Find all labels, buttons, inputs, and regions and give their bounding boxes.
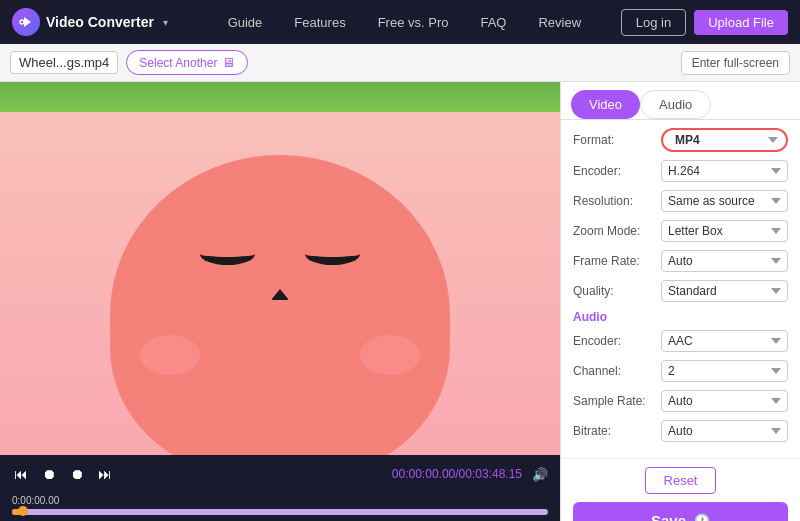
face-cheek-left [140,335,200,375]
format-label: Format: [573,133,655,147]
encoder-select[interactable]: H.264H.265 [661,160,788,182]
bitrate-row: Bitrate: Auto128k256k [573,420,788,442]
navbar: Video Converter ▾ Guide Features Free vs… [0,0,800,44]
zoom-label: Zoom Mode: [573,224,655,238]
play-button[interactable]: ⏺ [40,464,58,484]
video-panel: ⏮ ⏺ ⏺ ⏭ 00:00:00.00/00:03:48.15 🔊 0:00:0… [0,82,560,521]
audio-section-label: Audio [573,310,788,324]
frame-rate-select[interactable]: Auto243060 [661,250,788,272]
face-body [110,155,450,455]
sample-rate-select[interactable]: Auto4410048000 [661,390,788,412]
bitrate-select[interactable]: Auto128k256k [661,420,788,442]
sample-rate-row: Sample Rate: Auto4410048000 [573,390,788,412]
nav-review[interactable]: Review [522,15,597,30]
nav-features[interactable]: Features [278,15,361,30]
brand-logo[interactable]: Video Converter ▾ [12,8,168,36]
file-name-label: Wheel...gs.mp4 [10,51,118,74]
watermelon-face [0,82,560,455]
brand-name: Video Converter [46,14,154,30]
quality-row: Quality: StandardHighLow [573,280,788,302]
svg-point-0 [20,20,24,24]
audio-encoder-row: Encoder: AACMP3 [573,330,788,352]
frame-rate-row: Frame Rate: Auto243060 [573,250,788,272]
fullscreen-button[interactable]: Enter full-screen [681,51,790,75]
format-select-wrapper: MP4 MOV AVI MKV [661,128,788,152]
zoom-row: Zoom Mode: Letter BoxPan & Scan [573,220,788,242]
resolution-label: Resolution: [573,194,655,208]
sample-rate-label: Sample Rate: [573,394,655,408]
reset-button[interactable]: Reset [645,467,717,494]
navbar-links: Guide Features Free vs. Pro FAQ Review [188,15,621,30]
channel-label: Channel: [573,364,655,378]
loop-button[interactable]: ⏺ [68,464,86,484]
main-area: ⏮ ⏺ ⏺ ⏭ 00:00:00.00/00:03:48.15 🔊 0:00:0… [0,82,800,521]
timeline[interactable]: 0:00:00.00 [0,493,560,521]
quality-label: Quality: [573,284,655,298]
volume-icon[interactable]: 🔊 [532,467,548,482]
tab-audio[interactable]: Audio [640,90,711,119]
nose-shape [271,289,289,300]
current-time: 00:00:00.00 [392,467,455,481]
settings-body: Format: MP4 MOV AVI MKV Encoder: H.264H.… [561,120,800,458]
settings-panel: Video Audio Format: MP4 MOV AVI MKV Enco… [560,82,800,521]
settings-footer: Reset Save 🕐 [561,458,800,521]
subbar-left: Wheel...gs.mp4 Select Another 🖥 [10,50,248,75]
encoder-label: Encoder: [573,164,655,178]
format-select[interactable]: MP4 MOV AVI MKV [661,128,788,152]
resolution-row: Resolution: Same as source1080p720p [573,190,788,212]
bitrate-label: Bitrate: [573,424,655,438]
settings-tabs: Video Audio [561,82,800,120]
time-display: 00:00:00.00/00:03:48.15 [392,467,522,481]
logo-icon [12,8,40,36]
forward-button[interactable]: ⏭ [96,464,114,484]
navbar-actions: Log in Upload File [621,9,788,36]
channel-row: Channel: 216 [573,360,788,382]
face-cheek-right [360,335,420,375]
login-button[interactable]: Log in [621,9,686,36]
video-controls: ⏮ ⏺ ⏺ ⏭ 00:00:00.00/00:03:48.15 🔊 [0,455,560,493]
encoder-row: Encoder: H.264H.265 [573,160,788,182]
zoom-select[interactable]: Letter BoxPan & Scan [661,220,788,242]
brand-dropdown-arrow[interactable]: ▾ [163,17,168,28]
monitor-icon: 🖥 [222,55,235,70]
channel-select[interactable]: 216 [661,360,788,382]
eye-left [200,243,255,265]
subbar: Wheel...gs.mp4 Select Another 🖥 Enter fu… [0,44,800,82]
eye-right [305,243,360,265]
video-frame [0,82,560,455]
frame-rate-label: Frame Rate: [573,254,655,268]
total-time: 00:03:48.15 [459,467,522,481]
tab-video[interactable]: Video [571,90,640,119]
save-clock-icon: 🕐 [694,513,710,521]
rewind-button[interactable]: ⏮ [12,464,30,484]
upload-file-button[interactable]: Upload File [694,10,788,35]
video-preview [0,82,560,455]
resolution-select[interactable]: Same as source1080p720p [661,190,788,212]
audio-encoder-select[interactable]: AACMP3 [661,330,788,352]
nav-guide[interactable]: Guide [212,15,279,30]
save-button[interactable]: Save 🕐 [573,502,788,521]
quality-select[interactable]: StandardHighLow [661,280,788,302]
select-another-button[interactable]: Select Another 🖥 [126,50,248,75]
timeline-thumb[interactable] [18,506,28,516]
timeline-start-time: 0:00:00.00 [12,495,59,506]
nav-free-vs-pro[interactable]: Free vs. Pro [362,15,465,30]
timeline-track[interactable] [12,509,548,515]
select-another-label: Select Another [139,56,217,70]
save-label: Save [651,512,686,521]
audio-encoder-label: Encoder: [573,334,655,348]
format-row: Format: MP4 MOV AVI MKV [573,128,788,152]
nav-faq[interactable]: FAQ [464,15,522,30]
